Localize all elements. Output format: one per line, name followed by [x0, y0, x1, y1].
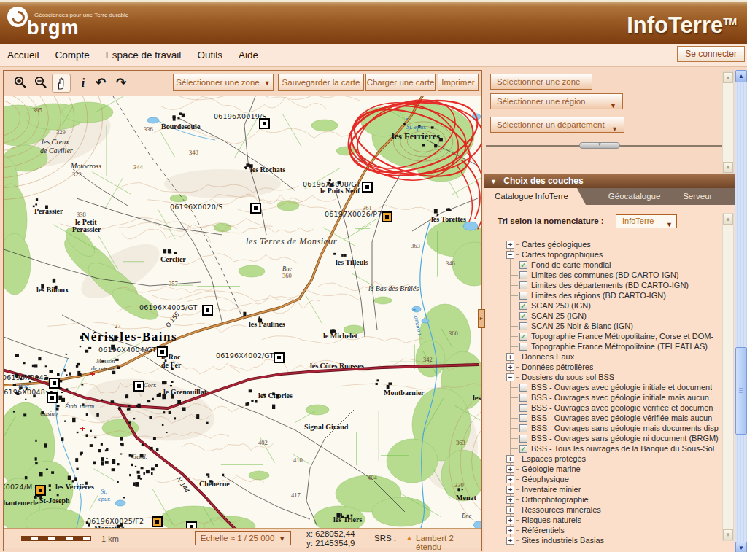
- expand-toggle[interactable]: +: [506, 241, 514, 249]
- bss-borehole-marker[interactable]: [250, 203, 261, 214]
- save-map-button[interactable]: Sauvegarder la carte: [278, 74, 364, 91]
- map-label: les Chorles: [258, 392, 293, 400]
- layer-checkbox[interactable]: [519, 404, 527, 412]
- layer-label[interactable]: Cartes topographiques: [522, 250, 603, 259]
- pan-hand-icon[interactable]: [52, 74, 71, 93]
- map-label: les Verrières: [55, 483, 94, 491]
- layer-label[interactable]: Risques naturels: [522, 516, 581, 524]
- bss-borehole-marker[interactable]: [362, 182, 373, 192]
- bss-borehole-marker-selected[interactable]: [35, 485, 46, 496]
- nomenclature-dropdown[interactable]: InfoTerre ▼: [616, 214, 677, 228]
- expand-toggle[interactable]: +: [506, 455, 514, 463]
- layer-checkbox[interactable]: [519, 343, 527, 351]
- coord-x-value: 628052,44: [315, 529, 355, 538]
- menu-item-accueil[interactable]: Accueil: [7, 50, 39, 61]
- scroll-up-icon[interactable]: ▲: [723, 214, 733, 225]
- layer-checkbox[interactable]: [519, 435, 527, 443]
- info-icon[interactable]: i: [74, 74, 93, 93]
- select-zone-button[interactable]: Sélectionner une zone▼: [173, 74, 274, 91]
- zoom-out-icon[interactable]: [31, 74, 50, 93]
- layer-label[interactable]: Référentiels: [522, 526, 565, 534]
- expand-toggle[interactable]: +: [506, 353, 514, 361]
- layer-checkbox[interactable]: ✓: [519, 261, 527, 269]
- layer-label[interactable]: Orthophotographie: [522, 495, 589, 504]
- layer-checkbox[interactable]: [519, 384, 527, 392]
- expand-toggle[interactable]: +: [506, 516, 514, 524]
- select-zone-dropdown[interactable]: Sélectionner une zone▼: [490, 74, 592, 90]
- menu-item-aide[interactable]: Aide: [239, 50, 258, 61]
- expand-toggle[interactable]: +: [506, 496, 514, 504]
- layer-label[interactable]: Cartes géologiques: [522, 240, 591, 249]
- menu-item-compte[interactable]: Compte: [55, 50, 90, 61]
- map-label: Bourdesoule: [161, 122, 200, 131]
- layer-checkbox[interactable]: ✓: [519, 445, 527, 453]
- menu-item-espace-de-travail[interactable]: Espace de travail: [106, 50, 182, 61]
- layer-checkbox[interactable]: [519, 394, 527, 402]
- tab-serveur-ogc[interactable]: Serveur OGC: [673, 188, 735, 205]
- redo-icon[interactable]: ↷: [112, 74, 131, 93]
- layer-checkbox[interactable]: [519, 322, 527, 330]
- scrollbar-thumb[interactable]: [735, 347, 747, 435]
- collapse-toggle[interactable]: −: [506, 373, 514, 381]
- bss-borehole-marker[interactable]: [259, 118, 270, 129]
- login-button[interactable]: Se connecter: [677, 46, 745, 62]
- layer-label[interactable]: Inventaire minier: [522, 485, 581, 494]
- expand-toggle[interactable]: +: [506, 363, 514, 371]
- menu-items: AccueilCompteEspace de travailOutilsAide: [0, 48, 258, 61]
- layer-checkbox[interactable]: [519, 281, 527, 289]
- bss-borehole-marker[interactable]: [47, 392, 58, 403]
- layer-checkbox[interactable]: ✓: [519, 312, 527, 320]
- splitter-handle[interactable]: ▼: [579, 142, 620, 149]
- layer-label[interactable]: Géologie marine: [522, 464, 581, 473]
- layer-checkbox[interactable]: [519, 271, 527, 279]
- scroll-up-icon[interactable]: ▲: [735, 70, 747, 82]
- bss-borehole-marker[interactable]: [274, 352, 285, 363]
- layer-checkbox[interactable]: ✓: [519, 332, 527, 341]
- scale-dropdown-value: Echelle ≈ 1 / 25 000: [201, 534, 275, 542]
- scale-dropdown[interactable]: Echelle ≈ 1 / 25 000▼: [195, 531, 291, 545]
- layer-checkbox[interactable]: [519, 292, 527, 300]
- layers-panel-header[interactable]: ▼ Choix des couches: [484, 174, 735, 188]
- tree-connector: [516, 254, 519, 255]
- layer-label[interactable]: Géophysique: [522, 475, 569, 483]
- expand-toggle[interactable]: +: [506, 465, 514, 473]
- bss-borehole-marker-selected[interactable]: [152, 516, 163, 527]
- expand-toggle[interactable]: +: [506, 486, 514, 494]
- print-button[interactable]: Imprimer: [438, 74, 479, 91]
- tab-g-ocatalogue[interactable]: Géocatalogue: [598, 188, 671, 205]
- collapse-toggle[interactable]: −: [506, 251, 514, 259]
- layer-label[interactable]: Données Eaux: [522, 352, 574, 361]
- zoom-in-icon[interactable]: [11, 74, 30, 93]
- map-viewport[interactable]: 06196X0019/SBourdesouleles Creuxde Cavil…: [4, 96, 481, 528]
- zone-panel-scrollbar[interactable]: ▲ ▼: [722, 71, 734, 174]
- scroll-down-icon[interactable]: ▼: [723, 162, 733, 173]
- layer-label[interactable]: Données pétrolières: [522, 362, 593, 371]
- scroll-down-icon[interactable]: ▼: [723, 529, 733, 540]
- layer-checkbox[interactable]: [519, 414, 527, 422]
- layer-label[interactable]: Ressources minérales: [522, 505, 601, 514]
- bss-borehole-marker[interactable]: [133, 381, 144, 392]
- layer-label[interactable]: Sites industriels Basias: [522, 536, 604, 545]
- layer-checkbox[interactable]: ✓: [519, 302, 527, 310]
- page-scrollbar[interactable]: ▲ ▼: [735, 70, 747, 554]
- menu-item-outils[interactable]: Outils: [197, 50, 222, 61]
- select-region-dropdown[interactable]: Sélectionner une région▼: [490, 93, 623, 109]
- expand-toggle[interactable]: +: [506, 475, 514, 483]
- scroll-up-icon[interactable]: ▲: [723, 72, 733, 83]
- bss-borehole-marker[interactable]: [49, 378, 60, 389]
- expand-toggle[interactable]: +: [506, 506, 514, 514]
- undo-icon[interactable]: ↶: [91, 74, 110, 93]
- layer-label[interactable]: Dossiers du sous-sol BSS: [522, 373, 614, 381]
- bss-borehole-marker[interactable]: [157, 346, 168, 357]
- load-map-button[interactable]: Charger une carte: [365, 74, 436, 91]
- select-departement-dropdown[interactable]: Sélectionner un département▼: [490, 117, 624, 133]
- expand-toggle[interactable]: +: [506, 526, 514, 534]
- bss-borehole-marker-selected[interactable]: [382, 211, 392, 222]
- layer-checkbox[interactable]: [519, 424, 527, 432]
- bss-borehole-marker[interactable]: [186, 521, 197, 528]
- expand-toggle[interactable]: +: [506, 537, 514, 545]
- bss-borehole-marker[interactable]: [202, 305, 213, 316]
- tab-catalogue-infoterre[interactable]: Catalogue InfoTerre: [484, 188, 586, 205]
- tree-scrollbar[interactable]: ▲ ▼: [722, 213, 734, 541]
- layer-label[interactable]: Espaces protégés: [522, 454, 586, 463]
